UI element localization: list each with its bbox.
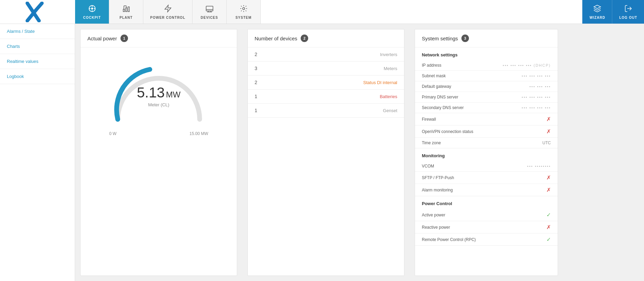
gauge-labels: 0 W 15.00 MW	[109, 131, 208, 136]
logout-icon	[624, 4, 632, 14]
settings-value: ••• ••• •••	[529, 84, 551, 89]
settings-value: ✗	[546, 128, 551, 135]
settings-value: ••• ••• ••• •••	[522, 74, 551, 78]
system-settings-panel: System settings 3 Network settingsIP add…	[415, 29, 558, 276]
device-count: 1	[248, 90, 268, 104]
devices-icon	[205, 4, 214, 14]
settings-value: ✗	[546, 116, 551, 122]
actual-power-panel: Actual power 1 5.13 MW	[80, 29, 237, 276]
settings-row: SFTP / FTP-Push✗	[415, 172, 558, 184]
gauge-number: 5.13	[137, 84, 165, 101]
settings-value: ✗	[546, 174, 551, 181]
settings-label: Time zone	[422, 140, 441, 145]
system-icon	[240, 4, 248, 14]
sidebar: Alarms / State Charts Realtime values Lo…	[0, 24, 75, 281]
settings-label: Remote Power Control (RPC)	[422, 237, 476, 242]
tab-system[interactable]: SYSTEM	[227, 0, 261, 24]
tab-system-label: SYSTEM	[235, 16, 252, 19]
svg-line-2	[36, 3, 42, 10]
settings-row: Primary DNS server••• ••• ••• •••	[415, 92, 558, 103]
svg-point-4	[91, 8, 93, 10]
settings-value: ••• ••• ••• •••	[522, 106, 551, 110]
wizard-button[interactable]: WIZARD	[582, 0, 612, 24]
main-content: Actual power 1 5.13 MW	[75, 24, 644, 281]
device-name: Batteries	[268, 90, 404, 104]
settings-label: Secondary DNS server	[422, 105, 464, 110]
settings-label: Firewall	[422, 117, 436, 122]
tab-plant[interactable]: PLANT	[109, 0, 143, 24]
settings-label: OpenVPN connection status	[422, 129, 473, 134]
gauge-sublabel: Meter (CL)	[137, 102, 181, 107]
gauge-min-label: 0 W	[109, 131, 116, 136]
table-row: 2Inverters	[248, 48, 404, 62]
settings-row: Remote Power Control (RPC)✓	[415, 233, 558, 245]
settings-value: ✓	[546, 236, 551, 243]
settings-label: Reactive power	[422, 225, 450, 230]
settings-label: Active power	[422, 213, 445, 217]
settings-section-title: Network settings	[415, 48, 558, 60]
settings-section-title: Power Control	[415, 196, 558, 209]
svg-marker-15	[165, 5, 171, 12]
settings-section: MonitoringVCOM••• ••••••••SFTP / FTP-Pus…	[415, 148, 558, 196]
devices-title: Number of devices	[255, 36, 297, 41]
logo-icon	[26, 2, 49, 22]
logout-button[interactable]: LOG OUT	[612, 0, 644, 24]
devices-badge: 2	[301, 35, 308, 42]
settings-value: ••• ••• ••• ••• (DHCP)	[503, 63, 551, 67]
settings-value: ••• ••• ••• •••	[522, 95, 551, 99]
settings-section: Power ControlActive power✓Reactive power…	[415, 196, 558, 246]
nav-tabs: COCKPIT PLANT POWER CONTROL DEVICES SYST…	[75, 0, 582, 24]
tab-power-control-label: POWER CONTROL	[150, 16, 185, 19]
tab-plant-label: PLANT	[119, 16, 132, 19]
device-name: Status DI internal	[268, 76, 404, 90]
settings-label: VCOM	[422, 164, 434, 169]
settings-row: Alarm monitoring✗	[415, 184, 558, 196]
sidebar-item-realtime[interactable]: Realtime values	[0, 54, 75, 69]
actual-power-badge: 1	[120, 35, 128, 42]
settings-label: Subnet mask	[422, 73, 446, 78]
gauge-unit: MW	[166, 90, 181, 99]
cockpit-icon	[88, 4, 96, 14]
sidebar-item-logbook[interactable]: Logbook	[0, 69, 75, 84]
device-count: 1	[248, 104, 268, 118]
sidebar-item-charts[interactable]: Charts	[0, 39, 75, 54]
settings-row: VCOM••• ••••••••	[415, 161, 558, 172]
system-settings-badge: 3	[461, 35, 469, 42]
settings-row: Subnet mask••• ••• ••• •••	[415, 71, 558, 81]
settings-label: Primary DNS server	[422, 95, 458, 99]
wizard-icon	[593, 4, 601, 14]
tab-power-control[interactable]: POWER CONTROL	[143, 0, 192, 24]
devices-header: Number of devices 2	[248, 29, 404, 48]
svg-point-21	[243, 8, 245, 10]
settings-row: Reactive power✗	[415, 221, 558, 233]
settings-row: Default gateway••• ••• •••	[415, 81, 558, 92]
header: COCKPIT PLANT POWER CONTROL DEVICES SYST…	[0, 0, 644, 24]
system-settings-body: Network settingsIP address••• ••• ••• ••…	[415, 48, 558, 246]
device-name: Genset	[268, 104, 404, 118]
svg-rect-11	[128, 7, 129, 12]
device-name: Inverters	[268, 48, 404, 62]
tab-cockpit[interactable]: COCKPIT	[75, 0, 109, 24]
settings-row: Secondary DNS server••• ••• ••• •••	[415, 103, 558, 113]
tab-devices-label: DEVICES	[201, 16, 218, 19]
gauge-value: 5.13 MW Meter (CL)	[137, 84, 181, 107]
settings-label: Alarm monitoring	[422, 188, 453, 192]
table-row: 1Genset	[248, 104, 404, 118]
tab-cockpit-label: COCKPIT	[83, 16, 101, 19]
settings-label: SFTP / FTP-Push	[422, 175, 454, 180]
settings-row: OpenVPN connection status✗	[415, 125, 558, 138]
settings-row: Time zoneUTC	[415, 138, 558, 148]
actual-power-header: Actual power 1	[81, 29, 237, 48]
logo-area	[0, 0, 75, 24]
settings-value: UTC	[542, 140, 551, 145]
plant-icon	[122, 4, 130, 14]
settings-value: ••• ••••••••	[527, 164, 551, 168]
device-count: 2	[248, 76, 268, 90]
device-name: Meters	[268, 62, 404, 76]
svg-rect-16	[206, 6, 213, 11]
sidebar-item-alarms[interactable]: Alarms / State	[0, 24, 75, 39]
tab-devices[interactable]: DEVICES	[192, 0, 227, 24]
table-row: 3Meters	[248, 62, 404, 76]
page-layout: Alarms / State Charts Realtime values Lo…	[0, 24, 644, 281]
logout-label: LOG OUT	[619, 16, 637, 19]
